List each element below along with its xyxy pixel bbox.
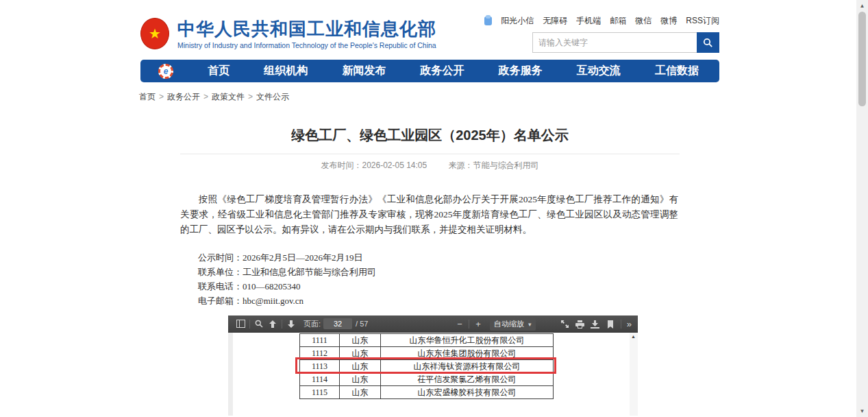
national-emblem-icon: ★ [140, 18, 169, 49]
quick-link-mobile[interactable]: 手机端 [576, 15, 601, 27]
zoom-in-icon[interactable]: + [471, 318, 485, 331]
nav-item-data[interactable]: 工信数据 [655, 64, 699, 78]
article-title: 绿色工厂、绿色工业园区（2025年）名单公示 [140, 126, 719, 145]
pdf-toolbar: 页面: / 57 − + 自动缩放 ▾ [228, 315, 638, 333]
page-down-icon[interactable] [284, 318, 298, 331]
pdf-content-area: 1111 山东 山东华鲁恒升化工股份有限公司 1112 山东 山东东佳集团股份有… [228, 333, 638, 416]
scroll-down-icon[interactable]: ▼ [856, 408, 868, 414]
publicity-period-line: 公示时间：2026年2月5日—2026年2月19日 [198, 250, 680, 265]
nav-item-news[interactable]: 新闻发布 [342, 64, 386, 78]
pdf-scroll-up-icon[interactable]: ▲ [631, 334, 636, 339]
zoom-out-icon[interactable]: − [453, 318, 467, 331]
toolbar-separator [621, 320, 621, 329]
pdf-scrollbar[interactable]: ▲ [630, 333, 638, 416]
breadcrumb-doc-publicity[interactable]: 文件公示 [256, 92, 289, 102]
pdf-viewer: 页面: / 57 − + 自动缩放 ▾ [228, 315, 638, 416]
cell-province: 山东 [340, 347, 381, 360]
emblem-star: ★ [149, 25, 161, 42]
search-box [532, 32, 719, 53]
breadcrumb-separator: > [248, 92, 253, 102]
toolbar-separator [249, 320, 250, 329]
page-label: 页面: [303, 319, 321, 329]
zoom-controls: − + 自动缩放 ▾ [453, 315, 536, 333]
page-number-input[interactable] [323, 318, 352, 329]
cell-number: 1111 [300, 334, 340, 347]
search-icon [703, 38, 713, 48]
more-tools-icon[interactable]: » [625, 319, 634, 329]
download-icon[interactable] [588, 318, 602, 331]
miit-gear-icon: e [158, 64, 173, 79]
breadcrumb-policy-docs[interactable]: 政策文件 [212, 92, 245, 102]
cell-number: 1113 [300, 360, 340, 373]
site-title: 中华人民共和国工业和信息化部 [177, 19, 436, 39]
site-brand[interactable]: ★ 中华人民共和国工业和信息化部 Ministry of Industry an… [140, 18, 436, 49]
cell-province: 山东 [340, 373, 381, 386]
quick-link-accessibility[interactable]: 无障碍 [543, 15, 567, 27]
title-divider [180, 154, 680, 154]
cell-company: 茌平信发聚氯乙烯有限公司 [381, 373, 554, 386]
search-input[interactable] [532, 32, 697, 53]
cell-province: 山东 [340, 360, 381, 373]
quick-link-wechat[interactable]: 微信 [635, 15, 652, 27]
nav-item-home[interactable]: 首页 [208, 64, 230, 78]
quick-links: 阳光小信 无障碍 手机端 邮箱 微信 微博 RSS订阅 [484, 15, 719, 26]
contact-info: 公示时间：2026年2月5日—2026年2月19日 联系单位：工业和信息化部节能… [180, 250, 680, 308]
presentation-mode-icon[interactable] [558, 318, 572, 331]
cell-province: 山东 [340, 386, 381, 399]
site-subtitle: Ministry of Industry and Information Tec… [177, 41, 436, 49]
article-meta: 发布时间：2026-02-05 14:05 来源：节能与综合利用司 [140, 160, 719, 171]
page-total: / 57 [356, 320, 368, 328]
cell-company: 山东宏盛橡胶科技有限公司 [381, 386, 554, 399]
contact-email-line: 电子邮箱：hbc@miit.gov.cn [198, 294, 680, 308]
site-header: ★ 中华人民共和国工业和信息化部 Ministry of Industry an… [140, 14, 719, 53]
zoom-out-glyph: − [457, 320, 462, 329]
company-table: 1111 山东 山东华鲁恒升化工股份有限公司 1112 山东 山东东佳集团股份有… [299, 333, 554, 399]
table-row-highlighted: 1113 山东 山东祥海钛资源科技有限公司 [300, 360, 554, 373]
page-up-icon[interactable] [266, 318, 280, 331]
cell-number: 1112 [300, 347, 340, 360]
cell-company: 山东华鲁恒升化工股份有限公司 [381, 334, 554, 347]
quick-link-sunshine[interactable]: 阳光小信 [501, 15, 534, 27]
zoom-mode-value: 自动缩放 [494, 319, 524, 329]
quick-link-weibo[interactable]: 微博 [660, 15, 677, 27]
toolbar-separator [469, 320, 469, 329]
article-paragraph: 按照《绿色工厂梯度培育及管理暂行办法》《工业和信息化部办公厅关于开展2025年度… [180, 192, 678, 237]
breadcrumb-separator: > [159, 92, 164, 102]
main-nav: e 首页 组织机构 新闻发布 政务公开 政务服务 互动交流 工信数据 [140, 60, 719, 82]
bookmark-icon[interactable] [604, 318, 617, 331]
scroll-up-icon[interactable]: ▲ [856, 3, 868, 9]
quick-link-mail[interactable]: 邮箱 [610, 15, 626, 27]
breadcrumb-gov-affairs[interactable]: 政务公开 [167, 92, 200, 102]
mascot-icon [484, 16, 492, 25]
scrollbar-thumb[interactable] [858, 12, 866, 106]
find-icon[interactable] [252, 318, 266, 331]
table-row: 1112 山东 山东东佳集团股份有限公司 [300, 347, 554, 360]
header-right: 阳光小信 无障碍 手机端 邮箱 微信 微博 RSS订阅 [484, 15, 719, 53]
cell-company: 山东东佳集团股份有限公司 [381, 347, 554, 360]
page: ★ 中华人民共和国工业和信息化部 Ministry of Industry an… [0, 0, 868, 417]
breadcrumb-separator: > [203, 92, 208, 102]
nav-item-organization[interactable]: 组织机构 [264, 64, 308, 78]
sidebar-toggle-icon[interactable] [234, 318, 247, 331]
table-row: 1114 山东 茌平信发聚氯乙烯有限公司 [300, 373, 554, 386]
breadcrumb-home[interactable]: 首页 [139, 92, 156, 102]
nav-item-gov-services[interactable]: 政务服务 [499, 64, 543, 78]
print-icon[interactable] [573, 318, 587, 331]
chevron-down-icon: ▾ [528, 321, 532, 328]
cell-province: 山东 [340, 334, 381, 347]
publish-time: 发布时间：2026-02-05 14:05 [321, 160, 427, 170]
quick-link-rss[interactable]: RSS订阅 [686, 15, 719, 27]
cell-company: 山东祥海钛资源科技有限公司 [381, 360, 554, 373]
cell-number: 1114 [300, 373, 340, 386]
zoom-mode-select[interactable]: 自动缩放 ▾ [490, 318, 536, 331]
browser-scrollbar[interactable]: ▲ ▼ [856, 0, 868, 417]
nav-item-gov-affairs[interactable]: 政务公开 [421, 64, 464, 78]
search-button[interactable] [697, 32, 719, 53]
breadcrumb: 首页>政务公开>政策文件>文件公示 [139, 91, 719, 103]
zoom-in-glyph: + [475, 320, 481, 329]
article-source: 来源：节能与综合利用司 [449, 160, 539, 170]
contact-unit-line: 联系单位：工业和信息化部节能与综合利用司 [198, 265, 680, 279]
nav-item-interaction[interactable]: 互动交流 [577, 64, 621, 78]
toolbar-separator [282, 320, 282, 329]
gear-letter: e [164, 67, 169, 76]
